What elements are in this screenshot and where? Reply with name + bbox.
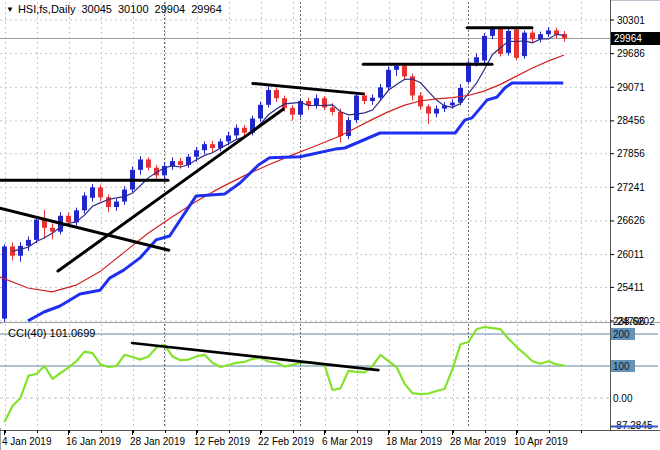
ohlc-close: 29964 (191, 3, 222, 15)
candle-bear (330, 108, 335, 112)
candle-bear (338, 112, 343, 136)
price-tick-label: 26011 (617, 249, 645, 260)
date-label: 12 Feb 2019 (194, 436, 251, 447)
indicator-value: 101.0699 (50, 327, 96, 339)
candle-bull (234, 128, 239, 136)
candle-bear (514, 29, 519, 57)
price-tick-label: 29686 (617, 48, 645, 59)
current-price-badge: 29964 (611, 32, 660, 45)
time-axis[interactable]: 4 Jan 201916 Jan 201928 Jan 201912 Feb 2… (2, 430, 582, 447)
candle-bear (210, 144, 215, 148)
candle-bull (202, 144, 207, 150)
candle-bull (482, 36, 487, 61)
candle-bear (402, 66, 407, 76)
price-tick-label: 26626 (617, 215, 645, 226)
candle-bull (314, 98, 319, 105)
candle-bull (346, 120, 351, 136)
candle-bull (18, 246, 23, 256)
candle-bull (2, 246, 7, 318)
candle-bear (498, 29, 503, 54)
candle-bull (114, 202, 119, 207)
indicator-axis[interactable]: 238.62020.00-87.2845200100 (611, 316, 658, 431)
candle-bear (290, 108, 295, 115)
candle-bull (34, 220, 39, 240)
candle-bear (530, 33, 535, 40)
candle-bear (146, 159, 151, 167)
indicator-surface[interactable] (0, 324, 610, 428)
date-label: 28 Mar 2019 (450, 436, 507, 447)
indicator-name: CCI(40) (8, 327, 47, 339)
chart-title-bar: ▼HSI,fs,Daily30045301002990429964 (6, 3, 222, 15)
candle-bull (378, 87, 383, 97)
candle-bear (98, 187, 103, 197)
candle-bull (354, 96, 359, 121)
date-label: 6 Mar 2019 (322, 436, 373, 447)
ohlc-open: 30045 (81, 3, 112, 15)
date-label: 4 Jan 2019 (2, 436, 52, 447)
price-axis[interactable]: 3030129686290712845627856272412662626011… (610, 15, 645, 327)
candle-bull (138, 159, 143, 169)
cci-level-label: 100 (613, 361, 630, 372)
candle-bull (370, 98, 375, 101)
candle-bull (474, 57, 479, 62)
candle-bear (362, 96, 367, 101)
candle-bear (242, 128, 247, 133)
price-tick-label: 25411 (617, 282, 645, 293)
date-label: 16 Jan 2019 (66, 436, 121, 447)
date-label: 22 Feb 2019 (258, 436, 315, 447)
candle-bull (194, 150, 199, 157)
date-label: 28 Jan 2019 (130, 436, 185, 447)
symbol-dropdown-arrow[interactable]: ▼ (6, 5, 14, 14)
candle-bear (66, 216, 71, 223)
candle-bull (386, 70, 391, 87)
candle-bull (26, 240, 31, 246)
ohlc-low: 29904 (155, 3, 186, 15)
candle-bull (522, 33, 527, 57)
candle-bull (258, 105, 263, 119)
candle-bull (82, 196, 87, 211)
candle-bull (450, 103, 455, 106)
candle-bull (546, 30, 551, 34)
candle-bear (178, 161, 183, 165)
candle-bear (274, 90, 279, 98)
candle-bull (394, 66, 399, 70)
price-tick-label: 28456 (617, 115, 645, 126)
price-chart-svg[interactable]: 3030129686290712845627856272412662626011… (0, 0, 660, 450)
price-tick-label: 27241 (617, 182, 645, 193)
candle-bull (490, 29, 495, 36)
candle-bull (226, 135, 231, 141)
cci-axis-label: 238.6202 (613, 316, 655, 327)
cci-axis-label: 0.00 (613, 393, 633, 404)
candle-bull (90, 187, 95, 197)
date-label: 10 Apr 2019 (514, 436, 568, 447)
ohlc-high: 30100 (118, 3, 149, 15)
candle-bull (266, 90, 271, 105)
price-tick-label: 27856 (617, 148, 645, 159)
date-label: 18 Mar 2019 (386, 436, 443, 447)
cci-level-label: 200 (613, 329, 630, 340)
price-tick-label: 29071 (617, 82, 645, 93)
indicator-label: CCI(40) 101.0699 (8, 327, 95, 339)
candle-bull (434, 109, 439, 114)
candle-bear (426, 106, 431, 113)
price-tick-label: 30301 (617, 15, 645, 26)
candle-bear (322, 98, 327, 107)
symbol-timeframe-label: HSI,fs,Daily (18, 3, 75, 15)
